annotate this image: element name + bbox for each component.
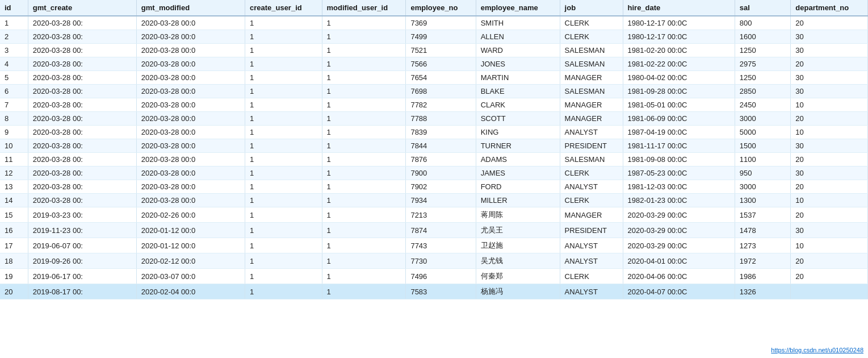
cell-gmt_modified: 2020-03-07 00:0 (136, 269, 245, 284)
cell-employee_name: SMITH (476, 16, 560, 30)
cell-gmt_modified: 2020-03-28 00:0 (136, 44, 245, 57)
cell-gmt_modified: 2020-03-28 00:0 (136, 16, 245, 30)
cell-modified_user_id: 1 (322, 269, 406, 284)
cell-job: SALESMAN (560, 57, 623, 71)
cell-create_user_id: 1 (245, 284, 322, 299)
cell-hire_date: 1981-09-28 00:0C (623, 85, 735, 98)
cell-gmt_modified: 2020-03-28 00:0 (136, 194, 245, 207)
cell-gmt_modified: 2020-03-28 00:0 (136, 180, 245, 194)
cell-gmt_modified: 2020-03-28 00:0 (136, 112, 245, 126)
cell-gmt_modified: 2020-03-28 00:0 (136, 153, 245, 166)
cell-department_no: 30 (791, 85, 868, 98)
cell-modified_user_id: 1 (322, 16, 406, 30)
cell-hire_date: 2020-04-07 00:0C (623, 284, 735, 299)
table-row: 172019-06-07 00:2020-01-12 00:0117743卫赵施… (0, 238, 868, 253)
header-cell-hire_date: hire_date (623, 0, 735, 16)
cell-sal: 1100 (735, 153, 791, 166)
cell-gmt_modified: 2020-02-12 00:0 (136, 253, 245, 269)
cell-employee_name: CLARK (476, 98, 560, 112)
cell-job: MANAGER (560, 207, 623, 223)
cell-sal: 3000 (735, 180, 791, 194)
cell-id: 11 (0, 153, 28, 166)
cell-modified_user_id: 1 (322, 85, 406, 98)
table-row: 192019-06-17 00:2020-03-07 00:0117496何秦郑… (0, 269, 868, 284)
cell-modified_user_id: 1 (322, 57, 406, 71)
cell-employee_name: 卫赵施 (476, 238, 560, 253)
header-cell-modified_user_id: modified_user_id (322, 0, 406, 16)
cell-employee_no: 7654 (406, 71, 476, 85)
cell-gmt_create: 2019-06-17 00: (28, 269, 136, 284)
cell-id: 16 (0, 223, 28, 238)
cell-create_user_id: 1 (245, 16, 322, 30)
table-row: 102020-03-28 00:2020-03-28 00:0117844TUR… (0, 139, 868, 153)
cell-create_user_id: 1 (245, 180, 322, 194)
table-row: 22020-03-28 00:2020-03-28 00:0117499ALLE… (0, 30, 868, 44)
table-row: 12020-03-28 00:2020-03-28 00:0117369SMIT… (0, 16, 868, 30)
cell-employee_name: BLAKE (476, 85, 560, 98)
table-row: 182019-09-26 00:2020-02-12 00:0117730吴尤钱… (0, 253, 868, 269)
cell-sal: 2975 (735, 57, 791, 71)
cell-employee_no: 7521 (406, 44, 476, 57)
cell-gmt_create: 2020-03-28 00: (28, 57, 136, 71)
cell-job: CLERK (560, 30, 623, 44)
cell-modified_user_id: 1 (322, 223, 406, 238)
cell-modified_user_id: 1 (322, 98, 406, 112)
cell-id: 12 (0, 166, 28, 180)
cell-employee_no: 7566 (406, 57, 476, 71)
cell-employee_no: 7876 (406, 153, 476, 166)
cell-sal: 2450 (735, 98, 791, 112)
cell-id: 5 (0, 71, 28, 85)
cell-create_user_id: 1 (245, 139, 322, 153)
cell-job: ANALYST (560, 238, 623, 253)
cell-gmt_create: 2020-03-28 00: (28, 98, 136, 112)
table-row: 122020-03-28 00:2020-03-28 00:0117900JAM… (0, 166, 868, 180)
header-cell-create_user_id: create_user_id (245, 0, 322, 16)
cell-job: MANAGER (560, 98, 623, 112)
header-cell-department_no: department_no (791, 0, 868, 16)
cell-gmt_create: 2020-03-28 00: (28, 180, 136, 194)
cell-id: 10 (0, 139, 28, 153)
table-container: idgmt_creategmt_modifiedcreate_user_idmo… (0, 0, 868, 358)
cell-gmt_create: 2019-03-23 00: (28, 207, 136, 223)
cell-gmt_create: 2020-03-28 00: (28, 44, 136, 57)
table-row: 42020-03-28 00:2020-03-28 00:0117566JONE… (0, 57, 868, 71)
cell-sal: 1972 (735, 253, 791, 269)
cell-modified_user_id: 1 (322, 180, 406, 194)
cell-create_user_id: 1 (245, 44, 322, 57)
cell-sal: 1326 (735, 284, 791, 299)
cell-hire_date: 1982-01-23 00:0C (623, 194, 735, 207)
cell-hire_date: 1981-05-01 00:0C (623, 98, 735, 112)
cell-department_no: 10 (791, 194, 868, 207)
table-row: 62020-03-28 00:2020-03-28 00:0117698BLAK… (0, 85, 868, 98)
cell-department_no: 30 (791, 223, 868, 238)
cell-gmt_modified: 2020-03-28 00:0 (136, 139, 245, 153)
cell-create_user_id: 1 (245, 71, 322, 85)
cell-employee_name: ALLEN (476, 30, 560, 44)
cell-employee_name: JAMES (476, 166, 560, 180)
cell-create_user_id: 1 (245, 238, 322, 253)
table-row: 112020-03-28 00:2020-03-28 00:0117876ADA… (0, 153, 868, 166)
cell-modified_user_id: 1 (322, 253, 406, 269)
cell-job: CLERK (560, 194, 623, 207)
cell-job: CLERK (560, 166, 623, 180)
cell-create_user_id: 1 (245, 194, 322, 207)
cell-employee_no: 7496 (406, 269, 476, 284)
cell-department_no: 20 (791, 112, 868, 126)
header-cell-job: job (560, 0, 623, 16)
cell-gmt_modified: 2020-03-28 00:0 (136, 30, 245, 44)
cell-employee_no: 7583 (406, 284, 476, 299)
cell-gmt_modified: 2020-02-26 00:0 (136, 207, 245, 223)
cell-department_no: 20 (791, 269, 868, 284)
cell-id: 19 (0, 269, 28, 284)
cell-gmt_create: 2020-03-28 00: (28, 153, 136, 166)
cell-employee_no: 7844 (406, 139, 476, 153)
cell-hire_date: 1987-05-23 00:0C (623, 166, 735, 180)
header-cell-id: id (0, 0, 28, 16)
cell-gmt_create: 2020-03-28 00: (28, 112, 136, 126)
cell-hire_date: 1981-06-09 00:0C (623, 112, 735, 126)
cell-gmt_create: 2020-03-28 00: (28, 139, 136, 153)
cell-gmt_modified: 2020-03-28 00:0 (136, 166, 245, 180)
cell-job: CLERK (560, 16, 623, 30)
cell-employee_name: 吴尤钱 (476, 253, 560, 269)
cell-sal: 1600 (735, 30, 791, 44)
